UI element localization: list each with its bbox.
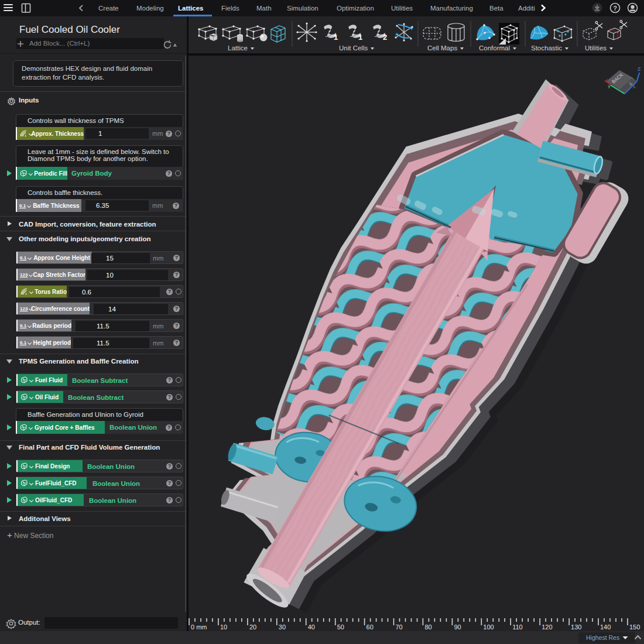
- svg-text:70: 70: [396, 624, 403, 631]
- svg-text:150: 150: [629, 624, 640, 631]
- svg-text:0 mm: 0 mm: [191, 624, 207, 631]
- svg-text:2: 2: [383, 33, 387, 42]
- svg-text:40: 40: [308, 624, 315, 631]
- svg-text:Z: Z: [638, 66, 641, 72]
- svg-text:60: 60: [366, 624, 374, 631]
- svg-text:120: 120: [542, 624, 552, 631]
- svg-text:100: 100: [483, 624, 494, 631]
- svg-text:140: 140: [600, 624, 611, 631]
- svg-text:1: 1: [334, 33, 338, 42]
- svg-text:Y: Y: [608, 84, 611, 90]
- svg-text:10: 10: [220, 624, 227, 631]
- svg-text:1: 1: [358, 33, 362, 42]
- svg-text:130: 130: [571, 624, 581, 631]
- svg-text:80: 80: [424, 624, 431, 631]
- svg-text:A: A: [173, 43, 177, 48]
- svg-text:?: ?: [613, 5, 617, 12]
- svg-text:50: 50: [337, 624, 344, 631]
- svg-text:30: 30: [279, 624, 286, 631]
- svg-text:110: 110: [512, 624, 523, 631]
- svg-text:20: 20: [249, 624, 256, 631]
- svg-text:90: 90: [454, 624, 461, 631]
